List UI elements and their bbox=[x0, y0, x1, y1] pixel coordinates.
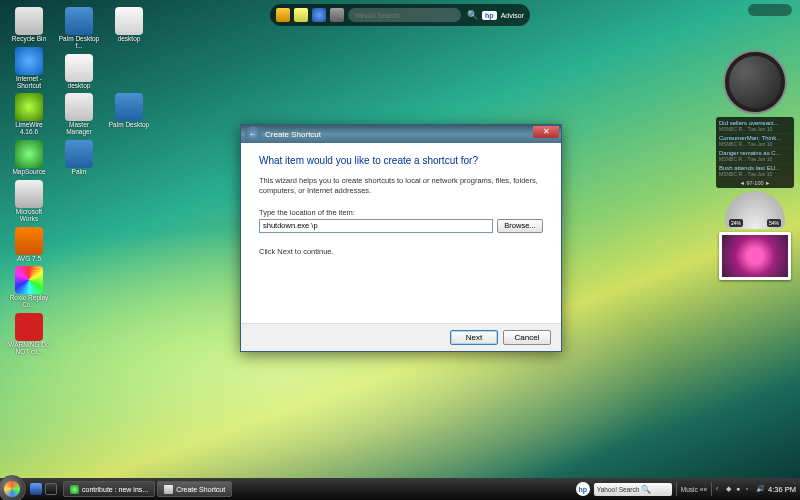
back-button-icon[interactable]: ← bbox=[245, 126, 261, 142]
sidebar: Did sellers overreact...MSNBC R... Tue J… bbox=[714, 50, 796, 280]
warning-icon bbox=[15, 313, 43, 341]
desktop-file-2-icon bbox=[65, 54, 93, 82]
internet-shortcut[interactable]: Internet - Shortcut bbox=[6, 46, 52, 91]
create-shortcut-dialog: ← Create Shortcut ✕ What item would you … bbox=[240, 124, 562, 352]
news-pager[interactable]: ◄ 97-100 ► bbox=[719, 179, 791, 186]
dialog-footer: Next Cancel bbox=[241, 323, 561, 351]
icon-label: AVG 7.5 bbox=[17, 256, 41, 263]
meter-value-left: 24% bbox=[729, 219, 743, 227]
meter-value-right: 54% bbox=[767, 219, 781, 227]
slideshow-gadget[interactable] bbox=[719, 232, 791, 280]
icon-label: WARNING Do NOT cli... bbox=[7, 342, 51, 356]
master-manager-icon bbox=[65, 93, 93, 121]
task-contribute[interactable]: contribute : new ins... bbox=[63, 481, 155, 497]
tray-icons: ‹ ◆ ● ▫ 🔊 bbox=[716, 485, 764, 493]
icon-label: LimeWire 4.16.6 bbox=[7, 122, 51, 136]
palm-desktop[interactable]: Palm Desktop f... bbox=[56, 6, 102, 51]
icon-label: Recycle Bin bbox=[12, 36, 46, 43]
task-create-shortcut[interactable]: Create Shortcut bbox=[157, 481, 232, 497]
icon-label: Palm Desktop f... bbox=[57, 36, 101, 50]
quick-launch-ie-icon[interactable] bbox=[30, 483, 42, 495]
dialog-description: This wizard helps you to create shortcut… bbox=[259, 176, 543, 196]
icon-label: Roxio Replay Co... bbox=[7, 295, 51, 309]
msworks[interactable]: Microsoft Works bbox=[6, 179, 52, 224]
tray-icon-2[interactable]: ● bbox=[736, 485, 744, 493]
top-search-input[interactable] bbox=[348, 8, 461, 22]
dock-icon-1[interactable] bbox=[276, 8, 290, 22]
news-item[interactable]: ConsumerMan: Think...MSNBC R... Tue Jun … bbox=[719, 134, 791, 149]
palm-icon bbox=[65, 140, 93, 168]
quick-launch bbox=[30, 483, 57, 495]
dock-icon-2[interactable] bbox=[294, 8, 308, 22]
dialog-title: Create Shortcut bbox=[265, 130, 321, 139]
top-dock: 🔍 hp Advisor bbox=[270, 4, 530, 26]
location-input[interactable] bbox=[259, 219, 493, 233]
news-item[interactable]: Danger remains as C...MSNBC R... Tue Jun… bbox=[719, 149, 791, 164]
desktop-file-1[interactable]: desktop bbox=[106, 6, 152, 44]
quick-launch-switch-icon[interactable] bbox=[45, 483, 57, 495]
search-icon: 🔍 bbox=[641, 485, 651, 494]
task-create-shortcut-icon bbox=[164, 485, 173, 494]
dock-icon-3[interactable] bbox=[312, 8, 326, 22]
mapsource-icon bbox=[15, 140, 43, 168]
search-icon[interactable]: 🔍 bbox=[467, 10, 478, 20]
master-manager[interactable]: Master Manager bbox=[56, 92, 102, 137]
dock-icon-4[interactable] bbox=[330, 8, 344, 22]
cancel-button[interactable]: Cancel bbox=[503, 330, 551, 345]
palm-desktop-2[interactable]: Palm Desktop bbox=[106, 92, 152, 130]
tray-network-icon[interactable]: ▫ bbox=[746, 485, 754, 493]
dialog-body: What item would you like to create a sho… bbox=[241, 143, 561, 323]
tray-icon-1[interactable]: ◆ bbox=[726, 485, 734, 493]
limewire-icon bbox=[15, 93, 43, 121]
clock[interactable]: 4:36 PM bbox=[768, 485, 796, 494]
icon-label: MapSource bbox=[12, 169, 45, 176]
separator bbox=[676, 482, 677, 496]
dialog-titlebar[interactable]: ← Create Shortcut ✕ bbox=[241, 125, 561, 143]
icon-label: desktop bbox=[68, 83, 91, 90]
mapsource[interactable]: MapSource bbox=[6, 139, 52, 177]
tray-volume-icon[interactable]: 🔊 bbox=[756, 485, 764, 493]
desktop-file-1-icon bbox=[115, 7, 143, 35]
msworks-icon bbox=[15, 180, 43, 208]
cpu-meter-gadget[interactable]: 24% 54% bbox=[725, 191, 785, 229]
roxio-icon bbox=[15, 266, 43, 294]
palm-desktop-2-icon bbox=[115, 93, 143, 121]
recycle-bin-icon bbox=[15, 7, 43, 35]
internet-shortcut-icon bbox=[15, 47, 43, 75]
tray-chevron-icon[interactable]: ‹ bbox=[716, 485, 724, 493]
news-gadget[interactable]: Did sellers overreact...MSNBC R... Tue J… bbox=[716, 117, 794, 188]
dialog-heading: What item would you like to create a sho… bbox=[259, 155, 543, 166]
palm[interactable]: Palm bbox=[56, 139, 102, 177]
windows-orb-icon bbox=[4, 481, 20, 497]
continue-hint: Click Next to continue. bbox=[259, 247, 543, 256]
icon-label: Internet - Shortcut bbox=[7, 76, 51, 90]
top-right-pill[interactable] bbox=[748, 4, 792, 16]
advisor-label[interactable]: Advisor bbox=[501, 12, 524, 19]
close-button[interactable]: ✕ bbox=[533, 126, 559, 138]
icon-label: Palm Desktop bbox=[109, 122, 149, 129]
hp-badge[interactable]: hp bbox=[482, 11, 497, 20]
hp-logo-icon[interactable]: hp bbox=[576, 482, 590, 496]
roxio[interactable]: Roxio Replay Co... bbox=[6, 265, 52, 310]
news-item[interactable]: Did sellers overreact...MSNBC R... Tue J… bbox=[719, 119, 791, 134]
next-button[interactable]: Next bbox=[450, 330, 498, 345]
recycle-bin[interactable]: Recycle Bin bbox=[6, 6, 52, 44]
browse-button[interactable]: Browse... bbox=[497, 219, 543, 233]
location-label: Type the location of the item: bbox=[259, 208, 543, 217]
tray-area: hp Yahoo! Search🔍 Music «« ‹ ◆ ● ▫ 🔊 4:3… bbox=[576, 482, 800, 496]
avg-icon bbox=[15, 227, 43, 255]
music-deskbar[interactable]: Music «« bbox=[681, 486, 707, 493]
task-contribute-icon bbox=[70, 485, 79, 494]
clock-gadget[interactable] bbox=[723, 50, 787, 114]
icon-label: Master Manager bbox=[57, 122, 101, 136]
palm-desktop-icon bbox=[65, 7, 93, 35]
news-item[interactable]: Bush attends last EU...MSNBC R... Tue Ju… bbox=[719, 164, 791, 179]
desktop-icons: Recycle BinInternet - ShortcutLimeWire 4… bbox=[6, 6, 152, 357]
warning[interactable]: WARNING Do NOT cli... bbox=[6, 312, 52, 357]
limewire[interactable]: LimeWire 4.16.6 bbox=[6, 92, 52, 137]
yahoo-deskbar[interactable]: Yahoo! Search🔍 bbox=[594, 483, 672, 496]
desktop-file-2[interactable]: desktop bbox=[56, 53, 102, 91]
start-button[interactable] bbox=[0, 475, 26, 500]
icon-label: Palm bbox=[72, 169, 87, 176]
avg[interactable]: AVG 7.5 bbox=[6, 226, 52, 264]
